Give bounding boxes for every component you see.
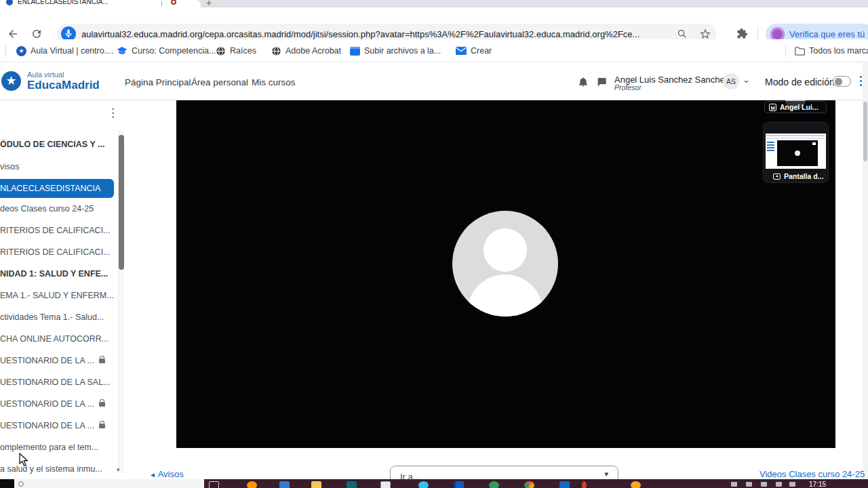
sidebar-item-complemento[interactable]: omplemento para el tem... bbox=[0, 443, 114, 452]
sidebar-item-cuestionario-4[interactable]: UESTIONARIO DE LA ... bbox=[0, 421, 114, 430]
screenshare-preview-video bbox=[777, 140, 818, 166]
tray-icon[interactable] bbox=[746, 482, 752, 487]
nav-mis-cursos[interactable]: Mis cursos bbox=[252, 77, 296, 87]
reload-icon[interactable] bbox=[31, 28, 43, 40]
tray-volume-icon[interactable] bbox=[789, 482, 795, 487]
participant-name: Angel Lui... bbox=[780, 103, 818, 111]
sidebar-item-cuestionario-1[interactable]: UESTIONARIO DE LA ... bbox=[0, 356, 114, 365]
start-button[interactable] bbox=[0, 479, 14, 488]
edit-mode-toggle[interactable] bbox=[833, 76, 851, 87]
prev-arrow-icon: ◄ bbox=[149, 471, 158, 479]
page-scrollbar-thumb[interactable] bbox=[863, 102, 867, 161]
firefox-icon[interactable] bbox=[247, 481, 257, 488]
jump-to-caret-icon: ▾ bbox=[604, 470, 608, 479]
outlook-icon[interactable] bbox=[559, 481, 570, 488]
bookmark-raices[interactable]: Raíces bbox=[216, 43, 256, 58]
taskbar-clock[interactable]: 17:15 bbox=[809, 481, 826, 488]
chrome-icon[interactable] bbox=[524, 481, 534, 488]
bookmark-star-icon[interactable] bbox=[700, 28, 711, 39]
sidebar-item-criterios-1[interactable]: RITERIOS DE CALIFICACI... bbox=[0, 226, 114, 235]
notification-dot-icon bbox=[582, 481, 587, 488]
edit-mode-label: Modo de edición bbox=[765, 77, 835, 87]
screenshare-thumbnail[interactable]: Pantalla d... bbox=[763, 122, 829, 183]
word-icon[interactable] bbox=[454, 481, 464, 488]
educamadrid-favicon: ★ bbox=[16, 46, 26, 56]
nav-area-personal[interactable]: Área personal bbox=[191, 77, 248, 87]
tray-chevron-icon[interactable] bbox=[731, 482, 737, 487]
tray-network-icon[interactable] bbox=[776, 482, 782, 487]
moderator-badge-icon: M bbox=[769, 104, 776, 111]
task-view-icon[interactable] bbox=[209, 481, 219, 488]
jitsi-video-stage[interactable]: M Angel Lui... Pantalla d... bbox=[176, 100, 835, 448]
screenshare-label: Pantalla d... bbox=[769, 170, 824, 182]
sidebar-scrollbar-thumb[interactable] bbox=[119, 135, 124, 270]
user-role: Profesor bbox=[614, 83, 642, 92]
messages-chat-icon[interactable] bbox=[596, 77, 607, 87]
sidebar-item-videos-clases[interactable]: deos Clases curso 24-25 bbox=[0, 204, 114, 214]
participant-thumbnail-angel[interactable]: M Angel Lui... bbox=[764, 101, 827, 113]
sidebar-item-salud-sistema-inmu[interactable]: a salud y el sistema inmu... bbox=[0, 464, 114, 474]
all-bookmarks-button[interactable]: Todos los marca... bbox=[795, 43, 868, 58]
mail-icon bbox=[456, 47, 467, 55]
screenshare-preview bbox=[766, 134, 826, 169]
browser-toolbar: aulavirtual32.educa.madrid.org/cepa.orca… bbox=[0, 7, 868, 39]
windows-taskbar: 17:15 bbox=[0, 479, 868, 488]
teal-app-icon[interactable] bbox=[347, 481, 357, 488]
lock-icon bbox=[99, 359, 105, 363]
bookmark-adobe[interactable]: Adobe Acrobat bbox=[271, 43, 341, 58]
blue-app-icon[interactable] bbox=[279, 481, 290, 488]
sidebar-item-cuestionario-2[interactable]: UESTIONARIO DE LA SAL... bbox=[0, 378, 114, 387]
orange-app-icon[interactable] bbox=[631, 481, 641, 488]
folder-icon bbox=[795, 47, 805, 56]
next-activity-link[interactable]: Videos Clases curso 24-25 ► bbox=[760, 469, 868, 479]
extensions-icon[interactable] bbox=[736, 28, 748, 39]
window-app-icon[interactable] bbox=[380, 481, 391, 488]
bookmark-curso[interactable]: Curso: Competencia... bbox=[117, 43, 216, 58]
bookmark-subir-archivos[interactable]: Subir archivos a la... bbox=[350, 43, 441, 58]
participant-avatar bbox=[452, 211, 558, 317]
tray-icon[interactable] bbox=[761, 482, 767, 487]
sidebar-item-enlaceclasedistancia[interactable]: NLACECLASEDISTANCIA bbox=[0, 179, 114, 198]
screen: ENLACECLASEDISTANCIA... + aulavirtual32.… bbox=[0, 0, 868, 488]
notifications-bell-icon[interactable] bbox=[578, 77, 589, 87]
browser-tabstrip: ENLACECLASEDISTANCIA... + bbox=[0, 0, 868, 7]
sidebar-collapse-chevron-icon[interactable]: ▾ bbox=[117, 466, 120, 473]
bookmarks-separator bbox=[785, 45, 786, 57]
course-cap-icon bbox=[117, 46, 127, 56]
bookmarks-separator bbox=[5, 45, 6, 57]
sidebar-item-unidad-1[interactable]: NIDAD 1: SALUD Y ENFE... bbox=[0, 269, 114, 279]
educamadrid-logo-icon[interactable]: ★ bbox=[1, 71, 21, 91]
search-icon[interactable] bbox=[677, 28, 688, 39]
edge-icon[interactable] bbox=[418, 481, 429, 488]
site-header: ★ Aula virtual EducaMadrid Página Princi… bbox=[0, 62, 868, 100]
sidebar-item-actividades-tema-1[interactable]: ctividades Tema 1.- Salud... bbox=[0, 312, 114, 322]
sidebar-item-modulo[interactable]: ÓDULO DE CIENCIAS Y ... bbox=[0, 140, 114, 149]
sidebar-item-avisos[interactable]: visos bbox=[0, 162, 114, 171]
avatar-silhouette-head bbox=[484, 228, 527, 272]
back-icon[interactable] bbox=[7, 28, 19, 40]
sidebar-item-criterios-2[interactable]: RITERIOS DE CALIFICACI... bbox=[0, 247, 114, 257]
bookmark-aula-virtual[interactable]: ★ Aula Virtual | centro.... bbox=[16, 43, 114, 58]
sidebar-item-tema-1[interactable]: EMA 1.- SALUD Y ENFERM... bbox=[0, 291, 114, 300]
nav-pagina-principal[interactable]: Página Principal bbox=[125, 77, 191, 87]
user-avatar[interactable]: AS bbox=[723, 73, 739, 89]
browser-tab[interactable]: ENLACECLASEDISTANCIA... bbox=[0, 0, 201, 7]
sidebar-kebab-menu-icon[interactable]: ⋮ bbox=[107, 106, 119, 120]
sidebar-item-cuestionario-3[interactable]: UESTIONARIO DE LA ... bbox=[0, 399, 114, 409]
tab-title: ENLACECLASEDISTANCIA... bbox=[18, 0, 108, 5]
tab-divider bbox=[161, 1, 162, 6]
file-explorer-icon[interactable] bbox=[311, 481, 321, 488]
logo-text-brand[interactable]: EducaMadrid bbox=[27, 79, 100, 92]
sidebar-item-ficha-online[interactable]: CHA ONLINE AUTOCORR... bbox=[0, 334, 114, 344]
lock-icon bbox=[99, 424, 105, 428]
user-menu-chevron-icon[interactable]: ⌄ bbox=[743, 75, 750, 85]
bookmarks-bar: ★ Aula Virtual | centro.... Curso: Compe… bbox=[0, 39, 868, 62]
taskbar-search-box[interactable] bbox=[14, 479, 204, 488]
prev-activity-link[interactable]: ◄ Avisos bbox=[149, 469, 184, 479]
upload-icon bbox=[350, 47, 360, 56]
avatar-silhouette-body bbox=[467, 274, 543, 317]
bookmark-crear[interactable]: Crear bbox=[456, 43, 492, 58]
screenshare-icon bbox=[773, 174, 781, 180]
green-app-icon[interactable] bbox=[489, 481, 499, 488]
globe-icon bbox=[216, 46, 226, 56]
